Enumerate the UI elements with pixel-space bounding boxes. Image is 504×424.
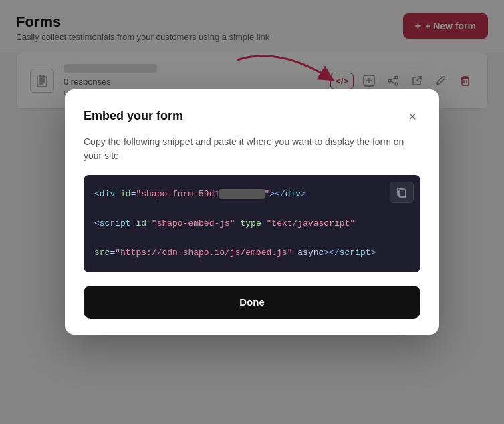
modal-description: Copy the following snippet and paste it …: [84, 135, 420, 163]
modal-overlay: Embed your form × Copy the following sni…: [0, 0, 504, 424]
close-icon: ×: [408, 109, 416, 124]
code-content: <div id="shapo-form-59d1xxxx"></div> <sc…: [94, 187, 410, 260]
code-line-1: <div id="shapo-form-59d1xxxx"></div>: [94, 187, 410, 202]
embed-modal: Embed your form × Copy the following sni…: [65, 89, 439, 335]
done-label: Done: [239, 296, 265, 308]
page-wrapper: Forms Easily collect testimonials from y…: [0, 0, 504, 424]
modal-close-button[interactable]: ×: [404, 108, 420, 124]
code-line-2: <script id="shapo-embed-js" type="text/j…: [94, 216, 410, 231]
copy-icon: [396, 186, 408, 198]
modal-header: Embed your form ×: [84, 108, 420, 124]
code-block: <div id="shapo-form-59d1xxxx"></div> <sc…: [84, 175, 420, 272]
code-line-3: src="https://cdn.shapo.io/js/embed.js" a…: [94, 246, 410, 260]
modal-title: Embed your form: [84, 109, 183, 123]
copy-button[interactable]: [390, 182, 414, 203]
svg-rect-18: [399, 190, 406, 197]
done-button[interactable]: Done: [84, 286, 420, 319]
